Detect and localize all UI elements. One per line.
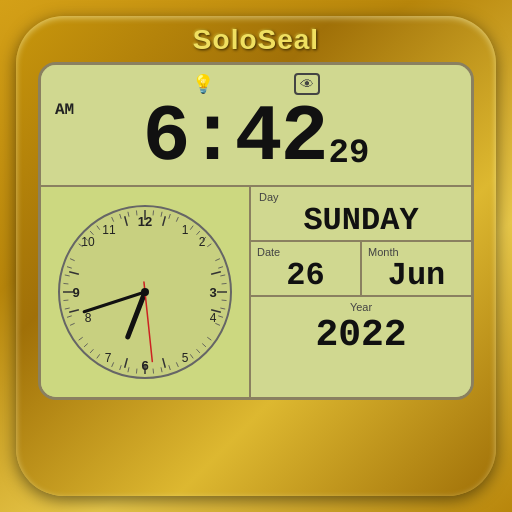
analog-clock-svg: 12 6 9 3 2 4 10 8 5 7 1 11 xyxy=(55,202,235,382)
month-cell: Month Jun xyxy=(362,242,471,295)
svg-text:7: 7 xyxy=(105,351,112,365)
time-seconds: 29 xyxy=(329,135,370,173)
digital-time-display: 6:42 29 xyxy=(55,99,457,179)
svg-text:5: 5 xyxy=(182,351,189,365)
svg-line-25 xyxy=(222,300,227,301)
bottom-section: 12 6 9 3 2 4 10 8 5 7 1 11 xyxy=(41,187,471,397)
svg-text:10: 10 xyxy=(81,235,95,249)
day-value: SUNDAY xyxy=(259,203,463,238)
svg-text:3: 3 xyxy=(209,285,216,300)
svg-text:12: 12 xyxy=(138,214,152,229)
analog-clock-section: 12 6 9 3 2 4 10 8 5 7 1 11 xyxy=(41,187,251,397)
svg-line-48 xyxy=(63,300,68,301)
svg-text:8: 8 xyxy=(85,311,92,325)
svg-text:2: 2 xyxy=(199,235,206,249)
date-section: Day SUNDAY Date 26 Month Jun Yea xyxy=(251,187,471,397)
app-frame: SoloSeal 💡 👁 AM 6:42 29 xyxy=(16,16,496,496)
bulb-icon[interactable]: 💡 xyxy=(192,73,214,95)
year-value: 2022 xyxy=(315,313,406,359)
svg-line-13 xyxy=(153,210,154,215)
svg-text:4: 4 xyxy=(210,311,217,325)
svg-line-24 xyxy=(222,283,227,284)
eye-icon[interactable]: 👁 xyxy=(294,73,320,95)
top-icons: 💡 👁 xyxy=(55,73,457,95)
date-cell: Date 26 xyxy=(251,242,362,295)
svg-text:6: 6 xyxy=(141,358,148,373)
app-title: SoloSeal xyxy=(193,24,319,56)
year-label: Year xyxy=(350,301,372,313)
svg-text:11: 11 xyxy=(102,223,116,237)
svg-point-76 xyxy=(141,288,149,296)
clock-face: 12 6 9 3 2 4 10 8 5 7 1 11 xyxy=(55,202,235,382)
clock-widget: 💡 👁 AM 6:42 29 xyxy=(38,62,474,400)
date-month-row: Date 26 Month Jun xyxy=(251,242,471,297)
day-row: Day SUNDAY xyxy=(251,187,471,242)
time-hours-minutes: 6:42 xyxy=(143,99,327,179)
svg-line-36 xyxy=(153,369,154,374)
svg-line-37 xyxy=(136,369,137,374)
year-row: Year 2022 xyxy=(251,297,471,397)
svg-line-49 xyxy=(63,283,68,284)
date-number: 26 xyxy=(257,258,354,293)
svg-text:1: 1 xyxy=(182,223,189,237)
month-value: Jun xyxy=(368,258,465,293)
digital-section: 💡 👁 AM 6:42 29 xyxy=(41,65,471,187)
svg-text:9: 9 xyxy=(72,285,79,300)
am-pm-label: AM xyxy=(55,101,74,119)
